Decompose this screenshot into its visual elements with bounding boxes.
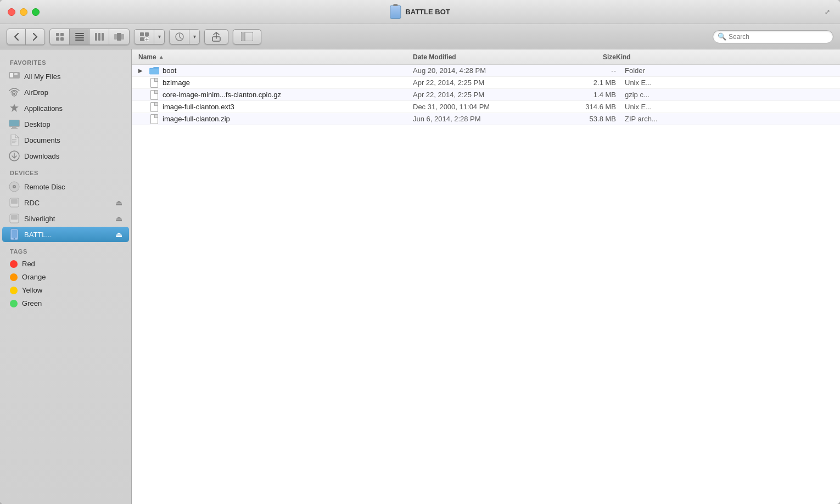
sidebar-item-remote-disc[interactable]: Remote Disc [2, 179, 129, 194]
sidebar-item-rdc[interactable]: RDC ⏏ [2, 195, 129, 210]
remote-disc-icon [9, 181, 20, 192]
sidebar-item-airdrop[interactable]: AirDrop [2, 85, 129, 100]
svg-point-39 [14, 186, 15, 187]
table-row[interactable]: ▶ bzImage Apr 22, 2014, 2:25 PM 2.1 MB U… [132, 77, 840, 89]
silverlight-icon [9, 213, 20, 224]
red-tag-dot [10, 260, 18, 268]
disclosure-triangle[interactable]: ▶ [138, 68, 145, 74]
arrange-dropdown[interactable]: ▾ [154, 30, 164, 44]
svg-rect-1 [60, 33, 64, 36]
view-buttons [49, 29, 130, 45]
tags-header: TAGS [0, 243, 131, 257]
column-header-size[interactable]: Size [550, 53, 616, 61]
sidebar-item-tag-green[interactable]: Green [2, 297, 129, 310]
file-date: Jun 6, 2014, 2:28 PM [413, 115, 550, 123]
column-header-kind[interactable]: Kind [616, 53, 833, 61]
file-name-col: ▶ image-full-clanton.zip [138, 114, 413, 124]
svg-rect-5 [75, 35, 84, 36]
file-name: bzImage [163, 79, 190, 87]
table-row[interactable]: ▶ image-full-clanton.ext3 Dec 31, 2000, … [132, 101, 840, 113]
content-area: FAVORITES All My Files [0, 49, 840, 504]
sidebar-item-silverlight[interactable]: Silverlight ⏏ [2, 211, 129, 226]
battle-bot-eject-icon[interactable]: ⏏ [115, 230, 122, 239]
svg-rect-30 [9, 120, 19, 126]
close-button[interactable] [8, 8, 15, 16]
sidebar-label-battle-bot: BATTL... [24, 231, 52, 239]
forward-button[interactable] [26, 29, 44, 44]
file-size: 53.8 MB [550, 115, 616, 123]
column-header-name[interactable]: Name ▲ [138, 53, 413, 61]
table-row[interactable]: ▶ image-full-clanton.zip Jun 6, 2014, 2:… [132, 113, 840, 125]
sidebar-item-applications[interactable]: Applications [2, 100, 129, 116]
archive-icon [149, 114, 159, 124]
traffic-lights [0, 8, 40, 16]
downloads-icon [9, 150, 20, 161]
file-kind: gzip c... [616, 91, 833, 99]
sidebar-label-rdc: RDC [24, 199, 40, 207]
window-title-label: BATTLE BOT [405, 8, 450, 16]
documents-icon [9, 135, 20, 145]
column-header-date[interactable]: Date Modified [413, 53, 550, 61]
sidebar-item-tag-red[interactable]: Red [2, 257, 129, 270]
file-kind: Unix E... [616, 79, 833, 87]
icon-view-button[interactable] [50, 29, 70, 44]
file-date: Apr 22, 2014, 2:25 PM [413, 91, 550, 99]
svg-rect-6 [75, 37, 84, 38]
search-input[interactable] [729, 33, 828, 41]
archive-icon [149, 90, 159, 100]
svg-rect-2 [56, 37, 59, 41]
svg-rect-31 [12, 127, 16, 128]
finder-window: BATTLE BOT ⤢ [0, 0, 840, 504]
arrange-button[interactable]: ▾ [134, 29, 165, 44]
sidebar-label-tag-orange: Orange [22, 273, 46, 281]
action-button[interactable]: ▾ [169, 29, 200, 44]
sidebar-item-tag-yellow[interactable]: Yellow [2, 284, 129, 296]
back-button[interactable] [7, 29, 26, 44]
svg-point-18 [144, 36, 149, 41]
sidebar-item-battle-bot[interactable]: BATTL... ⏏ [2, 227, 129, 242]
search-box[interactable]: 🔍 [713, 30, 833, 43]
file-name: image-full-clanton.zip [163, 115, 230, 123]
column-size-label: Size [603, 53, 616, 61]
window-title: BATTLE BOT [390, 5, 450, 19]
file-list: Name ▲ Date Modified Size Kind ▶ [132, 49, 840, 504]
svg-point-28 [13, 93, 15, 95]
file-kind: Unix E... [616, 103, 833, 111]
action-dropdown[interactable]: ▾ [189, 30, 199, 44]
table-row[interactable]: ▶ core-image-minim...fs-clanton.cpio.gz … [132, 89, 840, 101]
file-name: image-full-clanton.ext3 [163, 103, 234, 111]
coverflow-view-button[interactable] [109, 29, 129, 44]
maximize-button[interactable] [32, 8, 40, 16]
silverlight-eject-icon[interactable]: ⏏ [115, 214, 122, 223]
file-icon [149, 78, 159, 88]
svg-rect-45 [12, 230, 17, 238]
svg-rect-32 [11, 128, 18, 128]
svg-rect-16 [140, 37, 144, 41]
sidebar-item-documents[interactable]: Documents [2, 132, 129, 148]
sidebar-item-desktop[interactable]: Desktop [2, 116, 129, 132]
folder-icon [149, 66, 159, 76]
file-name-col: ▶ image-full-clanton.ext3 [138, 102, 413, 112]
share-button[interactable] [204, 29, 228, 44]
sidebar-item-all-my-files[interactable]: All My Files [2, 69, 129, 84]
list-view-button[interactable] [70, 29, 89, 44]
battle-bot-icon [9, 229, 20, 240]
sidebar-label-tag-red: Red [22, 260, 35, 268]
sidebar-label-airdrop: AirDrop [24, 88, 48, 97]
file-size: 1.4 MB [550, 91, 616, 99]
file-name: boot [163, 66, 176, 75]
column-view-button[interactable] [89, 29, 109, 44]
arrange-main[interactable] [135, 30, 154, 44]
sidebar-item-downloads[interactable]: Downloads [2, 148, 129, 164]
resize-button[interactable]: ⤢ [822, 7, 832, 17]
sidebar-toggle-button[interactable] [233, 29, 261, 44]
svg-rect-0 [56, 33, 59, 36]
sidebar-item-tag-orange[interactable]: Orange [2, 271, 129, 283]
table-row[interactable]: ▶ boot Aug 20, 2014, 4:28 PM -- Folder [132, 65, 840, 77]
sidebar-label-all-my-files: All My Files [24, 72, 60, 81]
svg-rect-26 [14, 73, 18, 75]
minimize-button[interactable] [20, 8, 27, 16]
rdc-eject-icon[interactable]: ⏏ [115, 198, 122, 207]
sidebar-label-documents: Documents [24, 136, 60, 144]
action-main[interactable] [170, 30, 189, 44]
